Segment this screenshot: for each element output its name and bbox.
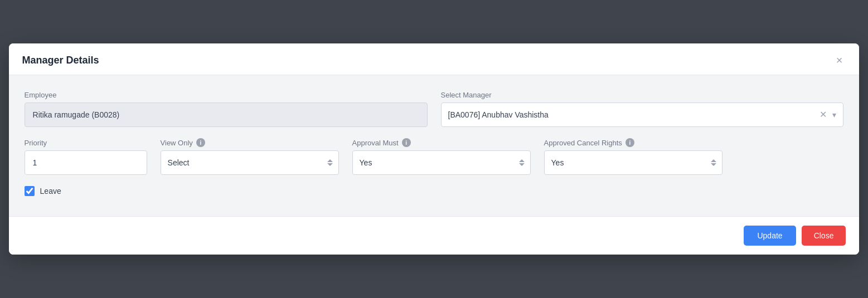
form-row-1: Employee Select Manager [BA0076] Anubhav…: [25, 91, 844, 127]
arrow-down-icon: [519, 163, 525, 166]
modal-header: Manager Details ×: [9, 43, 860, 75]
manager-select-actions: ✕ ▾: [818, 110, 837, 119]
priority-group: Priority 1: [25, 139, 147, 175]
manager-select-wrapper[interactable]: [BA0076] Anubhav Vashistha ✕ ▾: [441, 102, 844, 127]
approval-must-arrows: [519, 159, 525, 166]
close-footer-button[interactable]: Close: [802, 226, 846, 246]
employee-input: [25, 102, 428, 127]
update-button[interactable]: Update: [744, 226, 796, 246]
arrow-up-icon: [519, 159, 525, 162]
view-only-select-wrapper[interactable]: Select Yes No: [161, 150, 339, 175]
view-only-arrows: [327, 159, 333, 166]
view-only-label: View Only i: [161, 138, 339, 147]
approved-cancel-info-icon[interactable]: i: [625, 138, 634, 147]
arrow-down-icon: [711, 163, 716, 166]
modal-body: Employee Select Manager [BA0076] Anubhav…: [9, 75, 860, 216]
view-only-group: View Only i Select Yes No: [161, 138, 339, 175]
manager-dropdown-button[interactable]: ▾: [831, 111, 837, 119]
select-manager-label: Select Manager: [441, 91, 844, 99]
approval-must-label: Approval Must i: [352, 138, 531, 147]
approval-must-select[interactable]: Yes No Select: [360, 158, 523, 167]
priority-label: Priority: [25, 139, 147, 147]
view-only-info-icon[interactable]: i: [196, 138, 205, 147]
approved-cancel-arrows: [711, 159, 716, 166]
form-row-2: Priority 1 View Only i Select Yes No: [25, 138, 844, 175]
arrow-down-icon: [327, 163, 333, 166]
arrow-up-icon: [327, 159, 333, 162]
approved-cancel-label: Approved Cancel Rights i: [544, 138, 722, 147]
employee-label: Employee: [25, 91, 428, 99]
manager-clear-button[interactable]: ✕: [818, 110, 828, 119]
approved-cancel-select[interactable]: Yes No Select: [551, 158, 715, 167]
manager-details-modal: Manager Details × Employee Select Manage…: [9, 43, 860, 255]
priority-input[interactable]: 1: [25, 150, 147, 175]
view-only-select[interactable]: Select Yes No: [168, 158, 332, 167]
manager-select-value: [BA0076] Anubhav Vashistha: [448, 110, 819, 119]
select-manager-group: Select Manager [BA0076] Anubhav Vashisth…: [441, 91, 844, 127]
leave-checkbox-row: Leave: [25, 186, 844, 196]
leave-checkbox-label[interactable]: Leave: [40, 187, 61, 196]
arrow-up-icon: [711, 159, 716, 162]
employee-group: Employee: [25, 91, 428, 127]
approved-cancel-select-wrapper[interactable]: Yes No Select: [544, 150, 722, 175]
modal-footer: Update Close: [9, 216, 860, 255]
approval-must-info-icon[interactable]: i: [402, 138, 411, 147]
approved-cancel-group: Approved Cancel Rights i Yes No Select: [544, 138, 722, 175]
leave-checkbox[interactable]: [25, 186, 35, 196]
modal-title: Manager Details: [22, 55, 99, 66]
modal-close-button[interactable]: ×: [833, 53, 846, 67]
modal-overlay: Manager Details × Employee Select Manage…: [0, 0, 868, 298]
approval-must-select-wrapper[interactable]: Yes No Select: [352, 150, 531, 175]
approval-must-group: Approval Must i Yes No Select: [352, 138, 531, 175]
